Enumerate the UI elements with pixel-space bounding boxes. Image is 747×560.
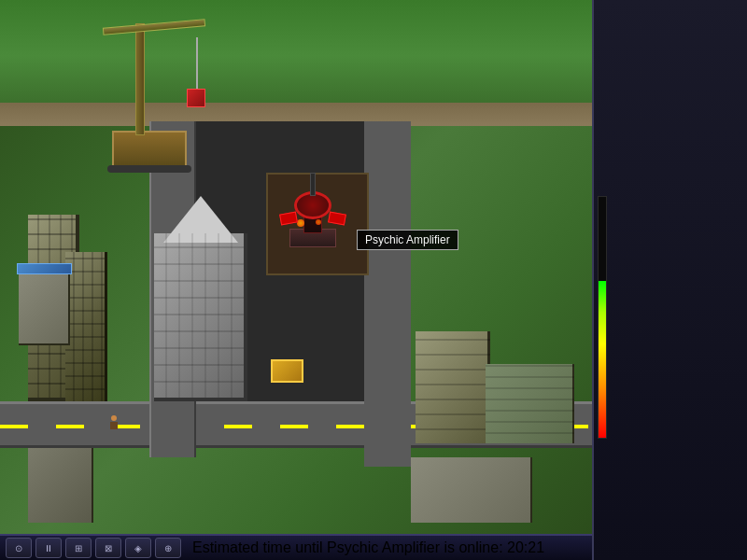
pause-icon: ⏸ (44, 543, 53, 553)
units-icon: ⊞ (75, 543, 82, 553)
energy-bar-container (598, 196, 607, 439)
map-icon: ⊠ (105, 543, 112, 553)
build-button[interactable]: ⊕ (155, 538, 181, 558)
units-button[interactable]: ⊞ (65, 538, 92, 558)
radar-button[interactable]: ◈ (125, 538, 151, 558)
road-v-center (364, 121, 411, 467)
construction-crane (93, 19, 205, 168)
building-bottom-2 (411, 457, 532, 523)
right-panel: 5905 $ 🔧 ⚡ (592, 0, 747, 560)
building-helipad (19, 271, 70, 345)
pause-button[interactable]: ⏸ (35, 538, 62, 558)
build-icon: ⊕ (164, 543, 172, 553)
building-center-pyramid (154, 233, 247, 401)
options-icon: ⊙ (15, 543, 22, 553)
unit-infantry[interactable] (110, 415, 118, 428)
psychic-amplifier[interactable] (280, 182, 345, 247)
map-button[interactable]: ⊠ (95, 538, 121, 558)
game-viewport[interactable]: Psychic Amplifier ⊙ ⏸ ⊞ ⊠ ◈ ⊕ Estimated … (0, 0, 592, 560)
options-button[interactable]: ⊙ (6, 538, 32, 558)
building-tall-2 (65, 252, 107, 401)
building-right-2 (486, 364, 574, 443)
energy-bar-fill (599, 281, 606, 438)
status-text: Estimated time until Psychic Amplifier i… (192, 539, 544, 556)
building-right-1 (416, 331, 490, 443)
radar-icon: ◈ (134, 543, 142, 553)
generator-box (271, 359, 303, 383)
grass-area (0, 0, 592, 112)
bottom-toolbar: ⊙ ⏸ ⊞ ⊠ ◈ ⊕ Estimated time until Psychic… (0, 534, 592, 560)
building-bottom-1 (28, 448, 93, 523)
